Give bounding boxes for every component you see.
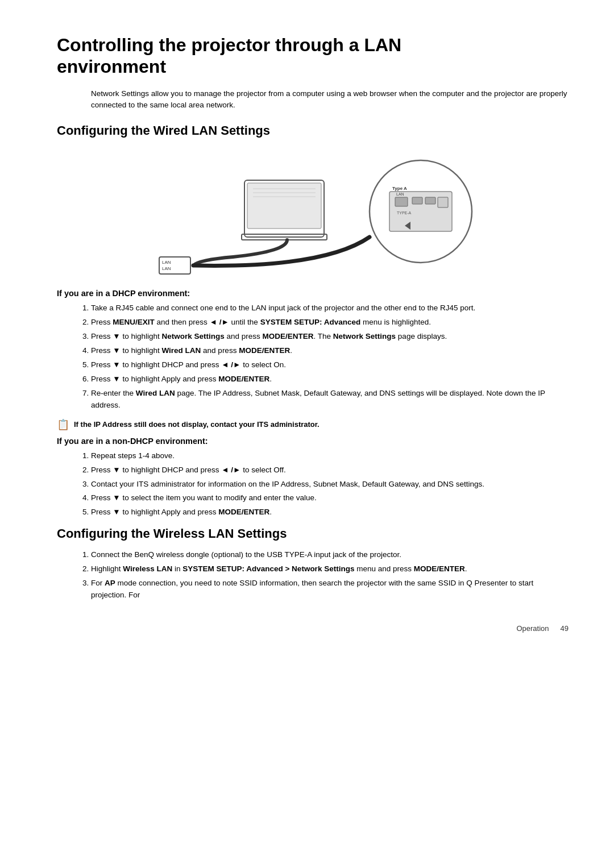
dhcp-steps-list: Take a RJ45 cable and connect one end to…	[91, 302, 569, 411]
wireless-step-3: For AP mode connection, you need to note…	[91, 578, 569, 601]
non-dhcp-step-5: Press ▼ to highlight Apply and press MOD…	[91, 506, 569, 518]
dhcp-step-5: Press ▼ to highlight DHCP and press ◄ /►…	[91, 359, 569, 371]
dhcp-step-7: Re-enter the Wired LAN page. The IP Addr…	[91, 388, 569, 412]
svg-rect-2	[247, 183, 321, 229]
svg-rect-11	[395, 197, 408, 206]
footer-label: Operation	[516, 624, 549, 633]
svg-rect-14	[425, 197, 435, 204]
footer-page-number: 49	[561, 624, 569, 633]
svg-text:TYPE-A: TYPE-A	[397, 211, 412, 215]
note-icon: 📋	[57, 418, 69, 431]
svg-rect-13	[412, 197, 422, 204]
wireless-step-1: Connect the BenQ wireless dongle (option…	[91, 549, 569, 561]
wireless-section: Configuring the Wireless LAN Settings Co…	[57, 526, 569, 601]
non-dhcp-step-4: Press ▼ to select the item you want to m…	[91, 492, 569, 504]
non-dhcp-step-2: Press ▼ to highlight DHCP and press ◄ /►…	[91, 464, 569, 476]
dhcp-subtitle: If you are in a DHCP environment:	[57, 289, 569, 298]
non-dhcp-step-1: Repeat steps 1-4 above.	[91, 450, 569, 462]
svg-rect-15	[438, 197, 448, 207]
dhcp-section: If you are in a DHCP environment: Take a…	[57, 289, 569, 411]
dhcp-step-6: Press ▼ to highlight Apply and press MOD…	[91, 373, 569, 385]
intro-paragraph: Network Settings allow you to manage the…	[91, 88, 569, 111]
note-box: 📋 If the IP Address still does not displ…	[57, 420, 569, 431]
section2-title: Configuring the Wireless LAN Settings	[57, 526, 569, 541]
svg-text:LAN: LAN	[396, 192, 404, 196]
page-title: Controlling the projector through a LAN …	[57, 34, 569, 78]
lan-diagram: LAN LAN LAN TYPE-A Type A	[57, 146, 569, 279]
non-dhcp-subtitle: If you are in a non-DHCP environment:	[57, 437, 569, 446]
svg-text:LAN: LAN	[162, 266, 171, 271]
section1-title: Configuring the Wired LAN Settings	[57, 123, 569, 138]
dhcp-step-3: Press ▼ to highlight Network Settings an…	[91, 331, 569, 343]
note-text: If the IP Address still does not display…	[74, 420, 320, 430]
dhcp-step-1: Take a RJ45 cable and connect one end to…	[91, 302, 569, 314]
non-dhcp-steps-list: Repeat steps 1-4 above. Press ▼ to highl…	[91, 450, 569, 519]
svg-text:LAN: LAN	[162, 260, 171, 265]
svg-text:Type A: Type A	[392, 186, 407, 191]
dhcp-step-4: Press ▼ to highlight Wired LAN and press…	[91, 345, 569, 357]
non-dhcp-section: If you are in a non-DHCP environment: Re…	[57, 437, 569, 519]
dhcp-step-2: Press MENU/EXIT and then press ◄ /► unti…	[91, 317, 569, 329]
non-dhcp-step-3: Contact your ITS administrator for infor…	[91, 479, 569, 491]
page-footer: Operation 49	[57, 624, 569, 633]
wireless-steps-list: Connect the BenQ wireless dongle (option…	[91, 549, 569, 601]
wireless-step-2: Highlight Wireless LAN in SYSTEM SETUP: …	[91, 563, 569, 575]
